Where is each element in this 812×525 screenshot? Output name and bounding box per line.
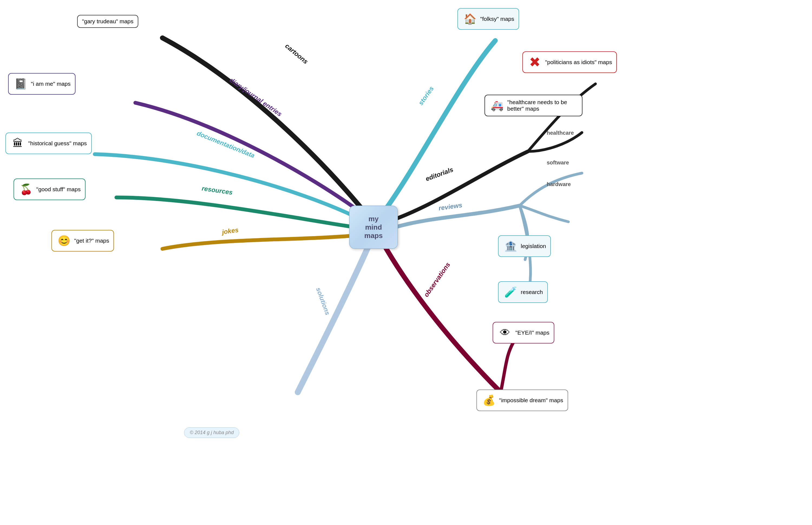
- node-getit: 😊 "get it?" maps: [52, 230, 114, 252]
- node-iam: 📓 "i am me" maps: [8, 73, 75, 95]
- branch-label-reviews: reviews: [438, 201, 463, 212]
- cherry-icon: 🍒: [18, 182, 33, 197]
- goodstuff-label: "good stuff" maps: [36, 186, 81, 193]
- research-label: research: [521, 289, 543, 295]
- branch-label-stories: stories: [417, 85, 435, 107]
- branch-label-documentation: documentation/data: [196, 129, 256, 159]
- branch-label-diary: diary/journal entries: [228, 76, 284, 118]
- node-historical: 🏛 "historical guess" maps: [5, 133, 92, 154]
- colosseum-icon: 🏛: [10, 136, 26, 151]
- branch-label-observations: observations: [422, 261, 452, 298]
- node-politicians: ✖ "politicians as idiots" maps: [522, 51, 617, 73]
- hardware-label: hardware: [547, 181, 571, 188]
- healthcare-label-text: "healthcare needs to be better" maps: [507, 99, 578, 112]
- center-line2: mind: [364, 223, 383, 231]
- gary-trudeau-label: "gary trudeau" maps: [82, 18, 133, 25]
- node-folksy: 🏠 "folksy" maps: [458, 8, 519, 30]
- flask-icon: 🧪: [503, 285, 518, 300]
- center-node: my mind maps: [349, 206, 398, 249]
- node-eye: 👁 "EYE/I" maps: [493, 322, 554, 344]
- getit-label: "get it?" maps: [74, 238, 109, 244]
- impossible-label: "impossible dream" maps: [499, 397, 563, 404]
- node-legislation: 🏦 legislation: [498, 235, 551, 257]
- node-research: 🧪 research: [498, 281, 548, 303]
- branch-label-editorials: editorials: [424, 166, 454, 183]
- branch-label-jokes: jokes: [221, 226, 239, 236]
- healthcare-label: healthcare: [547, 130, 574, 136]
- iam-label: "i am me" maps: [31, 80, 71, 87]
- politicians-label: "politicians as idiots" maps: [545, 59, 612, 65]
- branch-label-solutions: solutions: [315, 286, 332, 316]
- copyright-text: © 2014 g j huba phd: [190, 430, 234, 435]
- copyright: © 2014 g j huba phd: [184, 427, 239, 438]
- branch-label-resources: resources: [201, 184, 233, 196]
- historical-label: "historical guess" maps: [28, 140, 87, 147]
- node-gary-trudeau: "gary trudeau" maps: [77, 15, 138, 28]
- branch-label-cartoons: cartoons: [284, 42, 310, 66]
- xmark-icon: ✖: [527, 55, 542, 70]
- bank-icon: 🏦: [503, 239, 518, 254]
- smiley-icon: 😊: [56, 233, 71, 248]
- folksy-label: "folksy" maps: [480, 16, 514, 22]
- ambulance-icon: 🚑: [489, 98, 505, 113]
- chest-icon: 💰: [481, 393, 496, 408]
- node-healthcare: 🚑 "healthcare needs to be better" maps: [484, 95, 582, 116]
- node-goodstuff: 🍒 "good stuff" maps: [14, 179, 86, 200]
- software-label: software: [547, 160, 569, 166]
- center-line1: my: [364, 215, 383, 223]
- eye-label: "EYE/I" maps: [516, 329, 549, 336]
- center-line3: maps: [364, 231, 383, 240]
- legislation-label: legislation: [521, 243, 546, 250]
- node-impossible: 💰 "impossible dream" maps: [476, 390, 568, 411]
- house-icon: 🏠: [462, 11, 477, 27]
- book-icon: 📓: [13, 76, 28, 91]
- eye-icon: 👁: [497, 325, 513, 340]
